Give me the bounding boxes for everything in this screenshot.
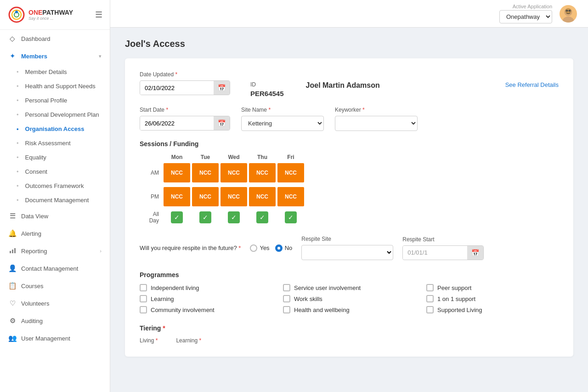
day-thu: Thu	[248, 154, 277, 160]
respite-start-input[interactable]	[403, 246, 467, 259]
start-date-label: Start Date *	[140, 107, 230, 113]
prog-checkbox-supported-living[interactable]	[426, 306, 434, 313]
sidebar-item-data-view[interactable]: ☰ Data View	[0, 207, 110, 225]
svg-point-3	[15, 11, 18, 13]
prog-checkbox-health-wellbeing[interactable]	[283, 306, 290, 313]
tiering-title: Tiering *	[140, 324, 559, 332]
prog-checkbox-1on1[interactable]	[426, 295, 434, 302]
cell-am-mon[interactable]: NCC	[163, 162, 191, 183]
prog-checkbox-learning[interactable]	[140, 295, 147, 302]
contact-icon: 👤	[8, 264, 17, 273]
id-section: ID PER64545	[250, 81, 284, 97]
tiering-row: Living * Learning *	[140, 337, 559, 344]
prog-checkbox-peer-support[interactable]	[426, 284, 434, 291]
sidebar-item-member-details[interactable]: Member Details	[0, 65, 110, 79]
sidebar-item-org-access[interactable]: Organisation Access	[0, 122, 110, 136]
topbar: Active Application Onepathway	[110, 0, 588, 28]
dashboard-icon: ◇	[8, 34, 17, 43]
am-label: AM	[140, 170, 163, 176]
prog-work-skills: Work skills	[283, 295, 415, 302]
svg-rect-6	[14, 248, 16, 253]
date-updated-label: Date Updated *	[140, 71, 230, 78]
cell-pm-fri[interactable]: NCC	[277, 186, 305, 207]
app-selector[interactable]: Onepathway	[499, 10, 552, 23]
respite-start-group: Respite Start 📅	[402, 236, 484, 260]
all-day-row: AllDay ✓ ✓ ✓ ✓ ✓	[140, 210, 305, 225]
date-updated-input-wrap: 📅	[140, 80, 230, 95]
active-app-label: Active Application	[513, 4, 552, 9]
prog-checkbox-independent-living[interactable]	[140, 284, 147, 291]
data-view-icon: ☰	[8, 212, 17, 220]
sidebar-item-risk-assessment[interactable]: Risk Assessment	[0, 136, 110, 150]
prog-community: Community involvement	[140, 306, 272, 313]
sidebar-item-outcomes[interactable]: Outcomes Framework	[0, 179, 110, 193]
avatar[interactable]	[560, 5, 577, 23]
sidebar-item-health-support[interactable]: Health and Support Needs	[0, 79, 110, 93]
main-area: Active Application Onepathway Joel's	[110, 0, 588, 392]
schedule-header: Mon Tue Wed Thu Fri	[163, 154, 305, 160]
pm-row: PM NCC NCC NCC NCC NCC	[140, 186, 305, 207]
respite-yes-radio[interactable]	[250, 244, 257, 252]
check-tue[interactable]: ✓	[191, 210, 220, 225]
sidebar-item-user-mgmt[interactable]: 👥 User Management	[0, 330, 110, 347]
cell-am-tue[interactable]: NCC	[191, 162, 220, 183]
prog-checkbox-community[interactable]	[140, 306, 147, 313]
sidebar-item-dashboard[interactable]: ◇ Dashboard	[0, 30, 110, 47]
sidebar-item-volunteers[interactable]: ♡ Volunteers	[0, 295, 110, 312]
date-updated-calendar-btn[interactable]: 📅	[214, 81, 230, 95]
sidebar-item-alerting[interactable]: 🔔 Alerting	[0, 225, 110, 242]
cell-am-thu[interactable]: NCC	[248, 162, 277, 183]
date-updated-input[interactable]	[140, 81, 214, 95]
respite-radio-group: Yes No	[250, 244, 292, 252]
prog-independent-living: Independent living	[140, 284, 272, 291]
site-name-select[interactable]: Kettering	[241, 116, 324, 131]
keyworker-select[interactable]	[335, 116, 418, 131]
respite-yes-option[interactable]: Yes	[250, 244, 269, 252]
svg-rect-5	[12, 250, 13, 253]
sidebar-item-document-mgmt[interactable]: Document Management	[0, 193, 110, 207]
cell-am-fri[interactable]: NCC	[277, 162, 305, 183]
hamburger-button[interactable]: ☰	[95, 10, 102, 20]
respite-site-select[interactable]	[301, 245, 393, 260]
prog-service-user: Service user involvement	[283, 284, 415, 291]
site-name-label: Site Name *	[241, 107, 324, 113]
respite-no-option[interactable]: No	[275, 244, 293, 252]
cell-pm-tue[interactable]: NCC	[191, 186, 220, 207]
cell-pm-thu[interactable]: NCC	[248, 186, 277, 207]
sidebar: ONEPATHWAY Say it once ... ☰ ◇ Dashboard…	[0, 0, 110, 392]
see-referral-link[interactable]: See Referral Details	[505, 81, 559, 88]
sidebar-item-courses[interactable]: 📋 Courses	[0, 277, 110, 295]
keyworker-group: Keyworker *	[335, 107, 418, 131]
respite-no-radio[interactable]	[275, 244, 283, 252]
prog-checkbox-service-user[interactable]	[283, 284, 290, 291]
logo-text: ONEPATHWAY	[28, 9, 73, 17]
check-wed[interactable]: ✓	[220, 210, 248, 225]
start-date-input[interactable]	[140, 117, 214, 130]
check-mon[interactable]: ✓	[163, 210, 191, 225]
respite-start-input-wrap: 📅	[402, 245, 484, 260]
svg-rect-4	[10, 251, 11, 253]
sessions-title: Sessions / Funding	[140, 140, 559, 148]
sidebar-item-personal-profile[interactable]: Personal Profile	[0, 93, 110, 108]
sessions-section: Sessions / Funding Mon Tue Wed Thu Fri A…	[140, 140, 559, 225]
sidebar-item-personal-dev[interactable]: Personal Development Plan	[0, 108, 110, 122]
cell-pm-wed[interactable]: NCC	[220, 186, 248, 207]
sidebar-item-equality[interactable]: Equality	[0, 150, 110, 165]
sidebar-item-auditing[interactable]: ⚙ Auditing	[0, 312, 110, 330]
reporting-icon	[8, 247, 17, 255]
check-fri[interactable]: ✓	[277, 210, 305, 225]
cell-am-wed[interactable]: NCC	[220, 162, 248, 183]
sidebar-item-consent[interactable]: Consent	[0, 165, 110, 179]
sidebar-item-contact-mgmt[interactable]: 👤 Contact Management	[0, 260, 110, 277]
respite-row: Will you require respite in the future? …	[140, 236, 559, 260]
cell-pm-mon[interactable]: NCC	[163, 186, 191, 207]
check-thu[interactable]: ✓	[248, 210, 277, 225]
logo-icon	[7, 6, 26, 24]
start-date-calendar-btn[interactable]: 📅	[214, 116, 230, 130]
respite-start-calendar-btn[interactable]: 📅	[467, 246, 483, 260]
sidebar-header: ONEPATHWAY Say it once ... ☰	[0, 0, 110, 30]
sidebar-item-members[interactable]: ✦ Members ▾	[0, 47, 110, 65]
sidebar-item-reporting[interactable]: Reporting ›	[0, 242, 110, 260]
prog-checkbox-work-skills[interactable]	[283, 295, 290, 302]
reporting-chevron: ›	[100, 248, 102, 254]
